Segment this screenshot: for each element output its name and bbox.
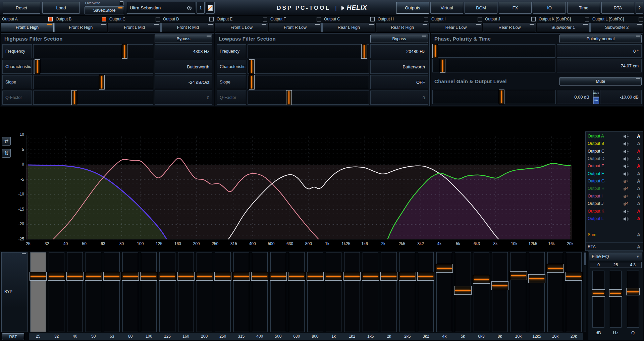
eq-slider-handle[interactable] — [417, 272, 434, 281]
speaker-muted-icon[interactable] — [623, 194, 629, 200]
auto-badge[interactable]: A — [637, 201, 640, 206]
auto-badge[interactable]: A — [637, 156, 640, 161]
channel-tab-rear-l-low[interactable]: Rear L Low — [430, 23, 483, 32]
legend-label[interactable]: Sum — [588, 232, 596, 237]
eq-slider-40[interactable] — [67, 252, 83, 332]
output-checkbox-output-e[interactable] — [263, 17, 267, 21]
auto-badge[interactable]: A — [637, 232, 640, 237]
auto-badge[interactable]: A — [637, 193, 640, 199]
eq-slider-handle[interactable] — [196, 272, 213, 281]
slider-handle[interactable] — [35, 59, 40, 74]
legend-label[interactable]: Output B — [588, 141, 604, 146]
output-checkbox-output-h[interactable] — [424, 17, 428, 21]
auto-badge[interactable]: A — [637, 209, 640, 214]
legend-label[interactable]: Output K — [588, 209, 604, 214]
channel-tab-front-r-high[interactable]: Front R High — [54, 23, 107, 32]
eq-slider-50[interactable] — [86, 252, 101, 332]
preset-number-field[interactable]: 1 — [197, 2, 205, 14]
v-zoom-button[interactable]: ⇅ — [2, 149, 11, 158]
eq-slider-handle[interactable] — [177, 272, 195, 281]
speaker-icon[interactable] — [623, 164, 629, 170]
eq-slider-handle[interactable] — [473, 275, 490, 284]
lowpass-characteristic-slider[interactable] — [248, 60, 369, 74]
slider-handle[interactable] — [122, 44, 127, 59]
eq-slider-handle[interactable] — [159, 272, 176, 281]
speaker-muted-icon[interactable] — [623, 186, 629, 192]
speaker-icon[interactable] — [623, 209, 629, 215]
speaker-muted-icon[interactable] — [623, 202, 629, 208]
slider-handle[interactable] — [499, 90, 504, 104]
h-zoom-button[interactable]: ⇄ — [2, 137, 11, 146]
lowpass-bypass-button[interactable]: Bypass — [370, 35, 428, 43]
auto-badge[interactable]: A — [637, 149, 640, 154]
eq-slider-handle[interactable] — [343, 272, 361, 281]
speaker-icon[interactable] — [623, 217, 629, 223]
fine-eq-handle[interactable] — [626, 288, 640, 295]
eq-slider-handle[interactable] — [510, 271, 527, 280]
legend-label[interactable]: Output E — [588, 164, 604, 168]
eq-slider-handle[interactable] — [288, 272, 305, 281]
legend-label[interactable]: Output A — [588, 134, 604, 138]
eq-slider-1k[interactable] — [326, 252, 341, 332]
overwrite-checkbox[interactable] — [120, 1, 123, 5]
legend-label[interactable]: Output I — [588, 194, 602, 198]
auto-badge[interactable]: A — [637, 171, 640, 176]
output-checkbox-output-g[interactable] — [370, 17, 375, 21]
speaker-icon[interactable] — [623, 141, 629, 148]
speaker-icon[interactable] — [623, 134, 629, 140]
eq-slider-handle[interactable] — [362, 272, 379, 281]
eq-slider-10k[interactable] — [511, 252, 526, 332]
slider-handle[interactable] — [71, 90, 77, 105]
eq-slider-handle[interactable] — [399, 272, 416, 281]
channel-tab-subwoofer-1[interactable]: Subwoofer 1 — [537, 23, 590, 32]
fine-eq-header[interactable]: Fine EQ ▼ — [589, 252, 642, 261]
output-checkbox-output-b[interactable] — [102, 17, 106, 21]
eq-slider-250[interactable] — [215, 252, 231, 332]
highpass-characteristic-slider[interactable] — [33, 60, 153, 74]
eq-slider-1k6[interactable] — [363, 252, 378, 332]
channel-tab-front-l-low[interactable]: Front L Low — [215, 23, 268, 32]
gain-slider[interactable] — [432, 90, 556, 104]
slider-handle[interactable] — [249, 75, 255, 90]
fine-eq-handle[interactable] — [592, 289, 605, 297]
output-checkbox-output-d[interactable] — [209, 17, 214, 21]
output-checkbox-output-j[interactable] — [531, 17, 536, 21]
eq-slider-63[interactable] — [104, 252, 120, 332]
eq-slider-32[interactable] — [49, 252, 64, 332]
view-button-outputs[interactable]: Outputs — [396, 2, 429, 14]
auto-badge[interactable]: A — [637, 133, 640, 139]
eq-slider-handle[interactable] — [491, 281, 508, 290]
channel-tab-subwoofer-2[interactable]: Subwoofer 2 — [590, 23, 643, 32]
legend-label[interactable]: Output L — [588, 216, 604, 221]
help-button[interactable]: ? — [636, 2, 643, 14]
eq-slider-handle[interactable] — [48, 272, 65, 281]
frequency-response-plot[interactable] — [26, 135, 572, 239]
eq-slider-5k[interactable] — [455, 252, 471, 332]
slider-handle[interactable] — [440, 59, 445, 73]
auto-badge[interactable]: A — [637, 186, 640, 191]
legend-label[interactable]: Output D — [588, 156, 604, 161]
eq-slider-handle[interactable] — [325, 272, 342, 281]
eq-slider-500[interactable] — [270, 252, 286, 332]
lowpass-frequency-slider[interactable] — [248, 44, 369, 58]
auto-badge[interactable]: A — [637, 141, 640, 146]
eq-scrollbar-thumb[interactable] — [584, 253, 586, 265]
legend-label[interactable]: Output G — [588, 179, 605, 183]
gear-icon[interactable] — [186, 5, 192, 11]
auto-badge[interactable]: A — [637, 178, 640, 184]
eq-slider-125[interactable] — [159, 252, 175, 332]
speaker-icon[interactable] — [623, 149, 629, 155]
phase-slider[interactable] — [432, 44, 555, 58]
eq-slider-handle[interactable] — [66, 272, 84, 281]
eq-slider-2k5[interactable] — [399, 252, 415, 332]
slider-handle[interactable] — [286, 90, 292, 105]
eq-slider-handle[interactable] — [140, 272, 157, 281]
channel-tab-front-l-mid[interactable]: Front L Mid — [108, 23, 161, 32]
eq-slider-160[interactable] — [178, 252, 194, 332]
fine-eq-track-db[interactable] — [592, 271, 604, 328]
view-button-rta[interactable]: RTA — [601, 2, 634, 14]
eq-slider-handle[interactable] — [307, 272, 324, 281]
eq-slider-1k2[interactable] — [344, 252, 360, 332]
eq-slider-handle[interactable] — [233, 272, 250, 281]
eq-bypass-control[interactable]: BYP — [1, 252, 28, 332]
